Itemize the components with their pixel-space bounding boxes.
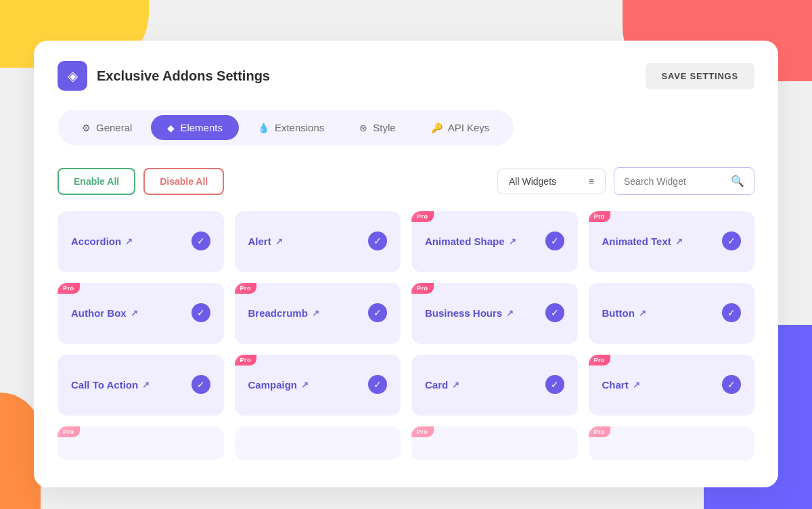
controls-left: Enable All Disable All [58,168,224,195]
tab-extensions[interactable]: 💧 Extensions [242,115,340,140]
all-widgets-dropdown[interactable]: All Widgets ≡ [497,169,606,194]
tab-style[interactable]: ⊛ Style [343,115,411,140]
link-icon: ↗ [275,236,283,246]
page-title: Exclusive Addons Settings [97,68,270,84]
pro-badge: Pro [411,426,434,437]
link-icon: ↗ [131,308,138,318]
widget-card-business-hours[interactable]: ProBusiness Hours ↗✓ [411,283,578,344]
widget-card-breadcrumb[interactable]: ProBreadcrumb ↗✓ [235,283,401,344]
api-keys-icon: 🔑 [431,123,443,133]
widget-card-call-to-action[interactable]: Call To Action ↗✓ [58,355,224,416]
link-icon: ↗ [452,380,459,390]
controls-row: Enable All Disable All All Widgets ≡ 🔍 [58,167,754,195]
widget-toggle-animated-shape[interactable]: ✓ [545,231,564,250]
pro-badge: Pro [58,283,80,294]
link-icon: ↗ [639,308,646,318]
widget-name-alert: Alert ↗ [248,236,283,247]
widget-name-card: Card ↗ [425,379,459,391]
widget-toggle-accordion[interactable]: ✓ [191,231,210,250]
tab-elements[interactable]: ◆ Elements [151,115,239,140]
style-icon: ⊛ [359,123,367,133]
widget-name-animated-shape: Animated Shape ↗ [425,236,516,247]
search-icon: 🔍 [731,175,744,187]
widget-toggle-alert[interactable]: ✓ [368,231,387,250]
search-input[interactable] [624,176,725,187]
widgets-grid: Accordion ↗✓Alert ↗✓ProAnimated Shape ↗✓… [58,211,754,460]
save-settings-button[interactable]: SAVE SETTINGS [646,63,754,89]
widget-card-chart[interactable]: ProChart ↗✓ [589,355,755,416]
widget-name-accordion: Accordion ↗ [71,236,133,247]
widget-card-animated-text[interactable]: ProAnimated Text ↗✓ [589,211,755,272]
disable-all-button[interactable]: Disable All [143,168,224,195]
widget-card-widget-13[interactable]: Pro [58,426,224,460]
widget-card-author-box[interactable]: ProAuthor Box ↗✓ [58,283,224,344]
widget-toggle-chart[interactable]: ✓ [722,375,741,394]
link-icon: ↗ [125,236,133,246]
widget-card-widget-16[interactable]: Pro [589,426,755,460]
widget-toggle-business-hours[interactable]: ✓ [545,303,564,322]
link-icon: ↗ [633,380,640,390]
widget-name-campaign: Campaign ↗ [248,379,309,391]
widget-name-animated-text: Animated Text ↗ [602,236,683,247]
pro-badge: Pro [411,283,434,294]
controls-right: All Widgets ≡ 🔍 [497,167,754,195]
search-widget-container: 🔍 [614,167,754,195]
pro-badge: Pro [589,355,611,366]
tab-general[interactable]: ⚙ General [66,115,148,140]
widget-name-button: Button ↗ [602,307,646,319]
widget-toggle-animated-text[interactable]: ✓ [722,231,741,250]
widget-name-breadcrumb: Breadcrumb ↗ [248,307,319,319]
widget-name-call-to-action: Call To Action ↗ [71,379,150,391]
dropdown-arrow-icon: ≡ [589,176,594,187]
widget-toggle-campaign[interactable]: ✓ [368,375,387,394]
widget-card-animated-shape[interactable]: ProAnimated Shape ↗✓ [411,211,578,272]
enable-all-button[interactable]: Enable All [58,168,135,195]
header-left: ◈ Exclusive Addons Settings [58,61,270,91]
widget-card-campaign[interactable]: ProCampaign ↗✓ [235,355,401,416]
widget-name-author-box: Author Box ↗ [71,307,138,319]
widget-card-widget-15[interactable]: Pro [411,426,578,460]
general-icon: ⚙ [82,123,91,133]
link-icon: ↗ [506,308,514,318]
widget-toggle-call-to-action[interactable]: ✓ [191,375,210,394]
pro-badge: Pro [589,426,611,437]
link-icon: ↗ [312,308,319,318]
tabs-bar: ⚙ General ◆ Elements 💧 Extensions ⊛ Styl… [58,110,514,146]
logo-icon: ◈ [58,61,87,91]
widget-card-accordion[interactable]: Accordion ↗✓ [58,211,224,272]
main-panel: ◈ Exclusive Addons Settings SAVE SETTING… [34,41,778,487]
widget-card-alert[interactable]: Alert ↗✓ [235,211,401,272]
link-icon: ↗ [675,236,683,246]
widget-name-chart: Chart ↗ [602,379,640,391]
widget-card-button[interactable]: Button ↗✓ [589,283,755,344]
extensions-icon: 💧 [258,123,269,133]
tab-api-keys[interactable]: 🔑 API Keys [415,115,506,140]
pro-badge: Pro [235,283,257,294]
link-icon: ↗ [142,380,150,390]
link-icon: ↗ [509,236,516,246]
elements-icon: ◆ [167,123,175,133]
widget-card-widget-14[interactable] [235,426,401,460]
pro-badge: Pro [411,211,434,222]
widget-toggle-button[interactable]: ✓ [722,303,741,322]
pro-badge: Pro [58,426,80,437]
widget-toggle-author-box[interactable]: ✓ [191,303,210,322]
widget-card-card[interactable]: Card ↗✓ [411,355,578,416]
pro-badge: Pro [589,211,611,222]
widget-name-business-hours: Business Hours ↗ [425,307,514,319]
link-icon: ↗ [301,380,309,390]
pro-badge: Pro [235,355,257,366]
header: ◈ Exclusive Addons Settings SAVE SETTING… [58,61,754,91]
widget-toggle-card[interactable]: ✓ [545,375,564,394]
widget-toggle-breadcrumb[interactable]: ✓ [368,303,387,322]
